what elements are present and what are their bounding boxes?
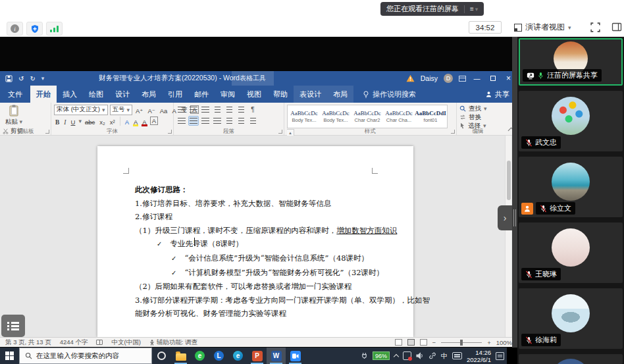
paragraph-dialog-launcher[interactable] <box>278 130 282 134</box>
tab-draw[interactable]: 绘图 <box>83 86 109 103</box>
zoom-slider[interactable] <box>441 342 482 343</box>
battery-badge[interactable]: 96% <box>373 351 390 360</box>
line-spacing-icon[interactable] <box>224 116 234 126</box>
paste-button[interactable]: 粘贴 ▾ <box>3 104 25 126</box>
user-avatar[interactable]: D <box>444 74 453 83</box>
edge-button[interactable]: e <box>228 348 247 364</box>
accessibility-status[interactable]: 辅助功能: 调查 <box>149 338 197 347</box>
shrink-font-icon[interactable]: A⁻ <box>146 105 156 115</box>
tab-references[interactable]: 引用 <box>162 86 188 103</box>
align-left-icon[interactable] <box>176 116 187 126</box>
style-card[interactable]: AaBbCcDcBody Tex... <box>289 107 319 126</box>
font-dialog-launcher[interactable] <box>168 130 172 134</box>
font-name-combo[interactable]: 宋体 (中文正文)▾ <box>54 105 108 115</box>
style-card[interactable]: AaBbCcDcBody Tex... <box>321 107 351 126</box>
page-indicator[interactable]: 第 3 页, 共 13 页 <box>5 338 51 347</box>
meeting-info-button[interactable]: i <box>7 22 23 36</box>
tab-home[interactable]: 开始 <box>30 86 57 103</box>
document-scrollbar[interactable] <box>505 136 511 337</box>
word-count[interactable]: 4244 个字 <box>60 338 88 347</box>
participant-tile[interactable]: 徐立文 <box>519 157 623 217</box>
participant-tile[interactable]: 王晓琳 <box>519 222 623 283</box>
tab-mailings[interactable]: 邮件 <box>188 86 215 103</box>
taskbar-clock[interactable]: 14:26 2022/6/1 <box>467 349 491 363</box>
decrease-indent-icon[interactable] <box>212 105 222 115</box>
tab-layout[interactable]: 布局 <box>136 86 162 103</box>
expand-sidebar-handle[interactable]: › <box>498 205 512 230</box>
floating-list-button[interactable] <box>1 315 25 337</box>
subscript-button[interactable]: x₂ <box>98 117 106 126</box>
numbered-list-icon[interactable] <box>188 105 199 115</box>
ime-indicator[interactable]: 中 <box>441 351 448 361</box>
word-button[interactable]: W <box>267 348 286 364</box>
italic-button[interactable]: I <box>63 117 67 126</box>
ribbon-display-options-icon[interactable] <box>459 76 466 82</box>
save-icon[interactable] <box>5 75 13 82</box>
font-size-combo[interactable]: 五号▾ <box>110 105 133 115</box>
fullscreen-button[interactable] <box>590 22 602 34</box>
shading-icon[interactable] <box>236 116 246 126</box>
align-right-icon[interactable] <box>200 116 211 126</box>
style-card[interactable]: AaBbCcDdIfont01 <box>415 107 446 126</box>
borders-icon[interactable] <box>247 116 258 126</box>
highlight-color-button[interactable]: A <box>132 117 139 126</box>
document-page[interactable]: 此次修订思路： 1.修订培养目标、培养要求，补充大数据、智能财务等信息 2.修订… <box>97 146 413 337</box>
read-mode-icon[interactable] <box>395 339 402 346</box>
participant-tile[interactable]: 徐海莉 <box>519 288 623 349</box>
grow-font-icon[interactable]: A⁺ <box>134 105 144 115</box>
tab-table-design[interactable]: 表设计 <box>294 86 327 103</box>
text-effects-icon[interactable]: A <box>124 117 130 126</box>
tencent-meeting-button[interactable] <box>286 348 305 364</box>
scrollbar-thumb[interactable] <box>507 161 511 200</box>
undo-icon[interactable]: ↺ <box>18 75 24 82</box>
lenovo-app-button[interactable]: L <box>209 348 228 364</box>
language-indicator[interactable]: 中文(中国) <box>111 338 140 347</box>
browser-360-button[interactable]: e <box>190 348 209 364</box>
styles-dialog-launcher[interactable] <box>451 130 455 134</box>
file-explorer-button[interactable] <box>171 348 190 364</box>
redo-icon[interactable]: ↻ <box>30 75 35 82</box>
tab-review[interactable]: 审阅 <box>215 86 241 103</box>
justify-icon[interactable] <box>212 116 222 126</box>
sort-icon[interactable] <box>236 105 246 115</box>
participant-tile[interactable]: 武文忠 <box>519 91 623 151</box>
change-case-icon[interactable]: Aa <box>159 105 169 115</box>
network-quality-button[interactable] <box>46 22 63 36</box>
tell-me-search[interactable]: 操作说明搜索 <box>363 86 416 103</box>
signed-in-user[interactable]: Daisy <box>421 74 438 82</box>
security-tray-icon[interactable] <box>403 351 411 360</box>
superscript-button[interactable]: x² <box>109 117 117 126</box>
meeting-security-button[interactable] <box>26 22 43 36</box>
replace-button[interactable]: 替换 <box>459 113 496 121</box>
minimize-button[interactable]: — <box>472 75 482 82</box>
tab-view[interactable]: 视图 <box>241 86 267 103</box>
style-card[interactable]: AaBbCcDcChar Char2 <box>352 107 382 126</box>
bold-button[interactable]: B <box>54 117 61 126</box>
participant-tile-screen-share[interactable]: 汪苗的屏幕共享 <box>519 38 623 86</box>
qat-customize-icon[interactable]: ▾ <box>41 75 45 82</box>
tray-overflow-icon[interactable] <box>394 354 399 359</box>
zoom-slider-knob[interactable] <box>460 340 463 346</box>
show-marks-icon[interactable]: ¶ <box>247 105 258 115</box>
banner-menu-icon[interactable]: ≡▾ <box>470 5 478 13</box>
strikethrough-button[interactable]: abc <box>84 117 96 126</box>
bullet-list-icon[interactable] <box>176 105 187 115</box>
enclose-characters-icon[interactable]: A <box>150 117 158 125</box>
keyboard-icon[interactable] <box>452 352 462 359</box>
link-icon[interactable] <box>429 352 436 359</box>
proofing-icon[interactable] <box>96 340 103 345</box>
sidebar-layout-button[interactable] <box>611 22 623 34</box>
zoom-out-icon[interactable]: − <box>432 339 436 346</box>
zoom-in-icon[interactable]: + <box>487 339 491 346</box>
restore-button[interactable] <box>488 75 498 82</box>
find-button[interactable]: 查找▾ <box>459 105 496 113</box>
zoom-level[interactable]: 100% <box>496 339 512 346</box>
tab-table-layout[interactable]: 布局 <box>327 86 353 103</box>
powerpoint-button[interactable]: P <box>247 348 267 364</box>
increase-indent-icon[interactable] <box>224 105 234 115</box>
underline-button[interactable]: U <box>70 117 77 126</box>
tab-design[interactable]: 设计 <box>109 86 136 103</box>
share-button[interactable]: 共享 <box>485 86 509 103</box>
action-center-icon[interactable] <box>496 352 504 360</box>
view-mode-dropdown[interactable]: 演讲者视图 ▾ <box>514 20 571 34</box>
